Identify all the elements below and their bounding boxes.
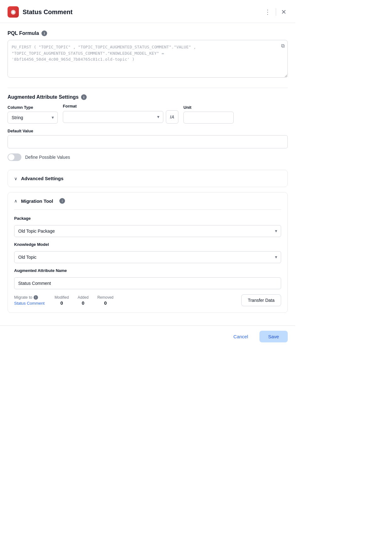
- migration-info-icon[interactable]: i: [59, 198, 65, 204]
- migration-tool-title: Migration Tool: [21, 198, 53, 204]
- attr-name-input[interactable]: Status Comment: [14, 277, 281, 289]
- modal-title: Status Comment: [23, 8, 73, 16]
- copy-icon[interactable]: ⧉: [281, 43, 285, 49]
- advanced-settings-header[interactable]: ∨ Advanced Settings: [8, 170, 287, 187]
- augmented-settings-section: Augmented Attribute Settings i Column Ty…: [8, 94, 288, 161]
- app-logo: ◉: [8, 6, 19, 18]
- added-stat: Added 0: [78, 295, 89, 306]
- package-label: Package: [14, 216, 281, 221]
- attr-name-label: Augmented Attribute Name: [14, 268, 281, 273]
- cancel-button[interactable]: Cancel: [227, 331, 254, 342]
- migration-chevron-icon: ∧: [14, 198, 17, 203]
- pql-formula-wrapper: PU_FIRST ( "TOPIC_TOPIC" , "TOPIC_TOPIC_…: [8, 40, 288, 79]
- default-value-input[interactable]: [8, 135, 288, 148]
- close-icon: ✕: [281, 8, 286, 16]
- package-select-wrapper: Old Topic Package ▼: [14, 225, 281, 237]
- format-style-icon: IA: [170, 114, 174, 119]
- modal-header: ◉ Status Comment ⋮ ✕: [0, 0, 295, 23]
- modified-label: Modified: [55, 295, 69, 300]
- pql-section: PQL Formula i PU_FIRST ( "TOPIC_TOPIC" ,…: [8, 30, 288, 79]
- modal-body: PQL Formula i PU_FIRST ( "TOPIC_TOPIC" ,…: [0, 23, 295, 325]
- column-type-format-row: Column Type String ▼ Format ▼: [8, 104, 288, 124]
- more-icon: ⋮: [264, 8, 271, 16]
- transfer-data-button[interactable]: Transfer Data: [241, 294, 281, 306]
- migration-tool-body: Package Old Topic Package ▼ Knowledge Mo…: [8, 209, 287, 313]
- modal-footer: Cancel Save: [0, 325, 295, 347]
- column-type-select-wrapper: String ▼: [8, 112, 58, 124]
- migrate-row: Migrate to i Status Comment Modified 0 A…: [14, 294, 281, 306]
- toggle-row: Define Possible Values: [8, 153, 288, 161]
- migration-tool-inner: Package Old Topic Package ▼ Knowledge Mo…: [14, 209, 281, 306]
- package-group: Package Old Topic Package ▼: [14, 216, 281, 237]
- format-select[interactable]: [63, 111, 163, 123]
- migration-tool-header[interactable]: ∧ Migration Tool i: [8, 192, 287, 209]
- header-right: ⋮ ✕: [263, 7, 288, 17]
- migrate-to-link[interactable]: Status Comment: [14, 301, 45, 306]
- define-possible-values-toggle[interactable]: [8, 153, 21, 161]
- unit-label: Unit: [183, 105, 234, 110]
- format-group: Format ▼ IA: [63, 104, 178, 124]
- augmented-settings-title: Augmented Attribute Settings i: [8, 94, 288, 100]
- knowledge-model-group: Knowledge Model Old Topic ▼: [14, 242, 281, 263]
- unit-group: Unit: [183, 105, 234, 124]
- knowledge-model-select[interactable]: Old Topic: [14, 251, 281, 263]
- format-select-wrapper: ▼: [63, 111, 163, 123]
- migration-tool-section: ∧ Migration Tool i Package Old Topic Pac…: [8, 192, 288, 313]
- removed-stat: Removed 0: [97, 295, 113, 306]
- format-label: Format: [63, 104, 178, 108]
- default-value-label: Default Value: [8, 129, 288, 133]
- attr-name-group: Augmented Attribute Name Status Comment: [14, 268, 281, 289]
- define-possible-values-label: Define Possible Values: [25, 155, 70, 160]
- close-button[interactable]: ✕: [280, 7, 288, 17]
- advanced-settings-section: ∨ Advanced Settings: [8, 170, 288, 187]
- header-left: ◉ Status Comment: [8, 6, 73, 18]
- toggle-knob: [8, 154, 14, 160]
- column-type-group: Column Type String ▼: [8, 105, 58, 124]
- modified-stat: Modified 0: [55, 295, 69, 306]
- pql-formula-input[interactable]: PU_FIRST ( "TOPIC_TOPIC" , "TOPIC_TOPIC_…: [8, 40, 288, 78]
- modified-value: 0: [60, 300, 63, 306]
- format-input-row: ▼ IA: [63, 110, 178, 124]
- advanced-chevron-icon: ∨: [14, 176, 17, 181]
- removed-label: Removed: [97, 295, 113, 300]
- augmented-info-icon[interactable]: i: [81, 94, 87, 100]
- unit-input[interactable]: [183, 112, 234, 124]
- knowledge-model-label: Knowledge Model: [14, 242, 281, 247]
- migrate-label-group: Migrate to i Status Comment: [14, 295, 45, 306]
- default-value-group: Default Value: [8, 129, 288, 148]
- save-button[interactable]: Save: [259, 331, 288, 342]
- pql-section-title: PQL Formula i: [8, 30, 288, 36]
- header-divider: [276, 8, 276, 16]
- pql-info-icon[interactable]: i: [41, 30, 47, 36]
- removed-value: 0: [104, 300, 106, 306]
- migrate-to-label: Migrate to i: [14, 295, 45, 300]
- stats-group: Modified 0 Added 0 Removed 0: [55, 295, 113, 306]
- added-label: Added: [78, 295, 89, 300]
- section-divider-1: [8, 88, 288, 88]
- migrate-to-info-icon[interactable]: i: [34, 295, 38, 300]
- package-select[interactable]: Old Topic Package: [14, 225, 281, 237]
- added-value: 0: [82, 300, 84, 306]
- column-type-select[interactable]: String: [8, 112, 58, 124]
- knowledge-model-select-wrapper: Old Topic ▼: [14, 251, 281, 263]
- format-style-button[interactable]: IA: [166, 110, 178, 124]
- more-menu-button[interactable]: ⋮: [263, 7, 272, 17]
- advanced-settings-title: Advanced Settings: [21, 176, 63, 181]
- column-type-label: Column Type: [8, 105, 58, 110]
